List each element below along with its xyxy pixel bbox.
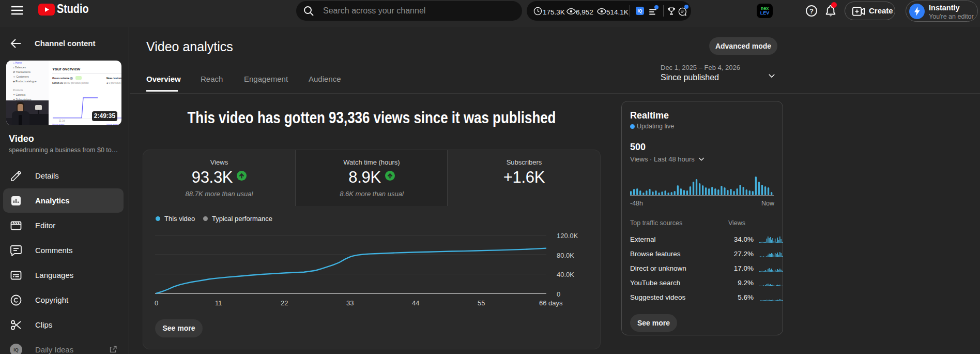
svg-text:?: ?: [809, 7, 814, 15]
